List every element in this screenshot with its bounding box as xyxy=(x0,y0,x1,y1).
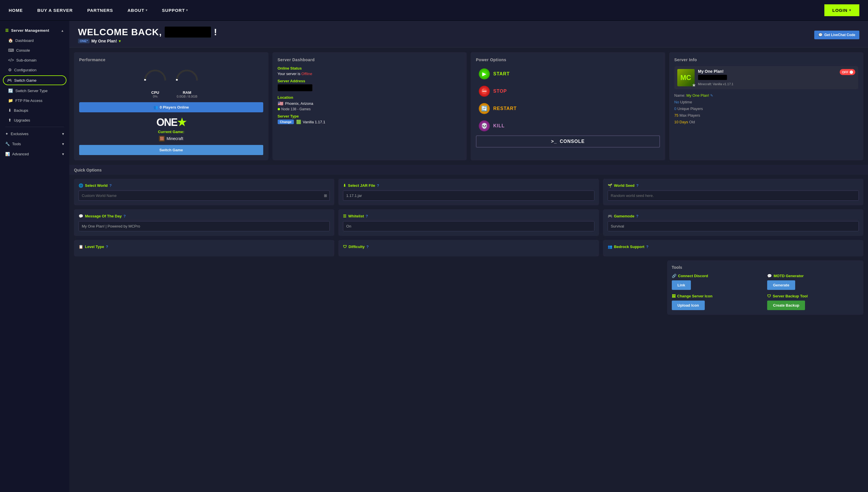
exclusives-icon: ✦ xyxy=(5,132,8,136)
server-status-text: Your server is Offline xyxy=(278,72,462,76)
dashboard-icon: 🏠 xyxy=(8,38,13,43)
backup-label: 🛡 Server Backup Tool xyxy=(767,294,859,298)
sidebar-management-header: ☰ Server Management ▲ xyxy=(0,25,69,35)
motd-card: 💬 Message Of The Day ? xyxy=(74,209,334,236)
discord-icon: 🔗 xyxy=(672,274,676,278)
nav-buy[interactable]: BUY A SERVER xyxy=(37,8,73,13)
plan-line: ONE* My One Plan! ▾ xyxy=(78,39,217,43)
kill-button[interactable]: 💀 KILL xyxy=(476,118,660,134)
sidebar-exclusives-toggle[interactable]: ✦ Exclusives ▾ xyxy=(0,129,69,139)
sidebar-advanced-toggle[interactable]: 📊 Advanced ▾ xyxy=(0,149,69,159)
quick-options-row-2: 💬 Message Of The Day ? ☰ Whitelist ? 🎮 xyxy=(69,209,868,240)
tools-label: Tools xyxy=(12,142,21,146)
server-info-card: Server Info MC ★ My One Plan! Minecraft:… xyxy=(669,52,864,160)
bedrock-help[interactable]: ? xyxy=(646,245,649,249)
sidebar-item-subdomain[interactable]: </> Sub-domain xyxy=(0,55,69,65)
stop-button[interactable]: ⛔ STOP xyxy=(476,83,660,99)
whitelist-title: ☰ Whitelist ? xyxy=(343,214,594,218)
motd-help[interactable]: ? xyxy=(123,214,126,218)
sidebar-item-upgrades[interactable]: ⬆ Upgrades xyxy=(0,115,69,125)
sidebar-item-console[interactable]: ⌨ Console xyxy=(0,45,69,55)
location-value: 🇺🇸 Phoenix, Arizona xyxy=(278,101,462,106)
select-jar-input[interactable] xyxy=(343,191,594,201)
livechat-button[interactable]: 💬 Get LiveChat Code xyxy=(814,31,859,39)
nav-support[interactable]: SUPPORT ▾ xyxy=(162,8,188,13)
motd-generator-button[interactable]: Generate xyxy=(767,280,795,290)
sidebar-item-switch-server-type[interactable]: 🔄 Switch Server Type xyxy=(0,86,69,96)
main-layout: ☰ Server Management ▲ 🏠 Dashboard ⌨ Cons… xyxy=(0,21,868,492)
difficulty-help[interactable]: ? xyxy=(367,245,369,249)
server-type-row: Change 🟩 Vanilla 1.17.1 xyxy=(278,120,462,124)
top-nav: HOME BUY A SERVER PARTNERS ABOUT ▾ SUPPO… xyxy=(0,0,868,21)
world-seed-help[interactable]: ? xyxy=(636,183,639,188)
restart-icon: 🔄 xyxy=(479,103,490,114)
performance-title: Performance xyxy=(79,57,263,62)
sidebar-item-backups[interactable]: ⬇ Backups xyxy=(0,105,69,115)
switch-game-button[interactable]: Switch Game xyxy=(79,145,263,155)
ram-gauge: RAM 0.0GB / 8.0GB xyxy=(174,66,200,98)
world-seed-input[interactable] xyxy=(608,191,859,201)
start-button[interactable]: ▶ START xyxy=(476,66,660,82)
server-address-label: Server Address xyxy=(278,79,462,83)
whitelist-help[interactable]: ? xyxy=(366,214,368,218)
server-stat-uptime: No Uptime xyxy=(674,100,859,104)
sidebar-item-switch-game[interactable]: 🎮 Switch Game xyxy=(3,75,67,85)
level-type-help[interactable]: ? xyxy=(106,245,108,249)
backup-icon: 🛡 xyxy=(767,294,771,298)
motd-gen-icon: 💬 xyxy=(767,274,772,278)
sidebar-tools-toggle[interactable]: 🔧 Tools ▾ xyxy=(0,139,69,149)
backup-tool: 🛡 Server Backup Tool Create Backup xyxy=(767,294,859,310)
whitelist-input[interactable] xyxy=(343,221,594,231)
toggle-icon: ⬤ xyxy=(849,70,853,74)
ftp-icon: 📁 xyxy=(8,98,13,103)
level-type-icon: 📋 xyxy=(78,245,83,249)
start-icon: ▶ xyxy=(479,69,490,79)
create-backup-button[interactable]: Create Backup xyxy=(767,300,805,310)
sidebar-item-dashboard[interactable]: 🏠 Dashboard xyxy=(0,35,69,45)
server-icon-version: Minecraft: Vanilla v1.17.1 xyxy=(698,82,837,86)
server-info-title: Server Info xyxy=(674,57,859,62)
quick-options-header: Quick Options xyxy=(69,165,868,175)
login-button[interactable]: LOGIN ▾ xyxy=(824,4,860,16)
connect-discord-button[interactable]: Link xyxy=(672,280,691,290)
ram-gauge-visual xyxy=(174,66,200,80)
select-jar-card: ⬇ Select JAR File ? xyxy=(338,179,599,205)
server-stat-unique-players: 0 Unique Players xyxy=(674,106,859,111)
difficulty-title: 🛡 Difficulty ? xyxy=(343,245,594,249)
sidebar-item-configuration[interactable]: ⚙ Configuration xyxy=(0,65,69,75)
gamemode-help[interactable]: ? xyxy=(636,214,638,218)
select-jar-help[interactable]: ? xyxy=(377,183,379,188)
gamemode-input[interactable] xyxy=(608,221,859,231)
server-type-change-badge[interactable]: Change xyxy=(278,120,294,124)
switch-game-icon: 🎮 xyxy=(7,78,12,82)
cpu-gauge-visual xyxy=(142,66,168,80)
kill-icon: 💀 xyxy=(479,120,490,131)
cpu-gauge: CPU 0% xyxy=(142,66,168,98)
server-type-value: 🟩 Vanilla 1.17.1 xyxy=(296,120,325,124)
upload-icon-button[interactable]: Upload Icon xyxy=(672,300,705,310)
power-title: Power Options xyxy=(476,57,660,62)
nav-about[interactable]: ABOUT ▾ xyxy=(127,8,147,13)
gauges: CPU 0% RAM 0.0GB / 8.0GB xyxy=(79,66,263,98)
motd-input[interactable] xyxy=(78,221,330,231)
select-world-input[interactable] xyxy=(78,191,322,201)
nav-partners[interactable]: PARTNERS xyxy=(87,8,113,13)
management-label: Server Management xyxy=(11,28,49,33)
console-button[interactable]: >_ CONSOLE xyxy=(476,136,660,148)
select-world-help[interactable]: ? xyxy=(110,183,112,188)
world-seed-card: 🌱 World Seed ? xyxy=(603,179,863,205)
console-bracket-icon: >_ xyxy=(551,139,557,144)
nav-home[interactable]: HOME xyxy=(9,8,23,13)
welcome-title: WELCOME BACK, ! xyxy=(78,27,217,38)
bedrock-icon: 👥 xyxy=(608,245,612,249)
sidebar-item-ftp[interactable]: 📁 FTP File Access xyxy=(0,96,69,105)
server-dashboard-title: Server Dashboard xyxy=(278,57,462,62)
restart-button[interactable]: 🔄 RESTART xyxy=(476,101,660,116)
server-toggle[interactable]: OFF ⬤ xyxy=(840,69,855,75)
plan-dropdown[interactable]: ▾ xyxy=(119,39,121,43)
change-icon-label: 🖼 Change Server Icon xyxy=(672,294,764,298)
motd-generator-label: 💬 MOTD Generator xyxy=(767,274,859,278)
edit-name-icon[interactable]: ✎ xyxy=(710,94,713,98)
server-stat-max-players: 75 Max Players xyxy=(674,113,859,118)
management-icon: ☰ xyxy=(5,28,9,33)
